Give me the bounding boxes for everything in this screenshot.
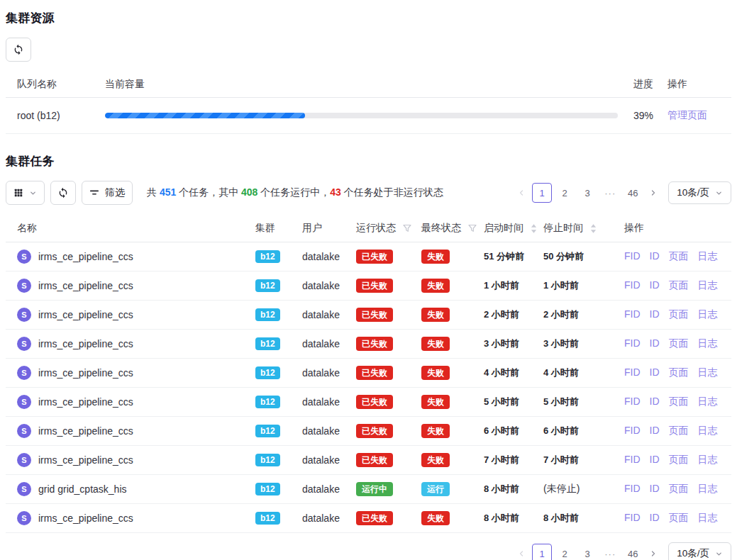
tasks-table: 名称 集群 用户 运行状态 最终状态 启动时间 停止时间 操作 — [6, 215, 731, 533]
avatar: S — [17, 308, 31, 322]
sorter-icon[interactable] — [531, 224, 537, 233]
pagination-page-46[interactable]: 46 — [623, 544, 643, 560]
action-fid[interactable]: FID — [624, 279, 641, 291]
pagination-page-3[interactable]: 3 — [577, 183, 597, 203]
action-log[interactable]: 日志 — [698, 366, 718, 378]
action-fid[interactable]: FID — [624, 425, 641, 436]
tasks-toolbar: 筛选 共 451 个任务，其中 408 个任务运行中，43 个任务处于非运行状态… — [6, 181, 731, 205]
action-page[interactable]: 页面 — [669, 425, 689, 436]
action-id[interactable]: ID — [650, 396, 660, 407]
action-page[interactable]: 页面 — [669, 366, 689, 378]
run-status-badge: 已失败 — [356, 395, 393, 409]
action-id[interactable]: ID — [650, 425, 660, 436]
avatar: S — [17, 395, 31, 409]
col-name: 名称 — [6, 215, 250, 242]
task-name: grid grid_cptask_his — [38, 483, 127, 495]
stopped-count: 43 — [330, 186, 341, 198]
pagination-page-46[interactable]: 46 — [623, 183, 643, 203]
page-size-value: 10条/页 — [677, 186, 709, 199]
stop-time: 6 小时前 — [538, 417, 619, 446]
tasks-header-row: 名称 集群 用户 运行状态 最终状态 启动时间 停止时间 操作 — [6, 215, 731, 242]
action-id[interactable]: ID — [650, 279, 660, 291]
pagination-next[interactable] — [644, 544, 663, 560]
action-log[interactable]: 日志 — [698, 308, 718, 320]
action-page[interactable]: 页面 — [669, 454, 689, 465]
user-cell: datalake — [297, 504, 350, 533]
page-size-select[interactable]: 10条/页 — [668, 542, 731, 560]
refresh-icon — [13, 44, 24, 55]
action-page[interactable]: 页面 — [669, 308, 689, 320]
action-id[interactable]: ID — [650, 366, 660, 378]
sorter-icon[interactable] — [590, 224, 597, 233]
pagination-page-2[interactable]: 2 — [555, 183, 575, 203]
running-count: 408 — [241, 186, 257, 198]
run-status-badge: 已失败 — [356, 337, 393, 351]
pagination-prev[interactable] — [512, 183, 531, 203]
page-size-select[interactable]: 10条/页 — [668, 181, 731, 204]
final-status-badge: 失败 — [421, 279, 450, 293]
action-id[interactable]: ID — [650, 483, 660, 494]
tasks-refresh-button[interactable] — [50, 181, 76, 205]
action-log[interactable]: 日志 — [698, 454, 718, 465]
filter-funnel-icon[interactable] — [468, 224, 477, 233]
action-page[interactable]: 页面 — [669, 279, 689, 291]
action-id[interactable]: ID — [650, 308, 660, 320]
filter-button[interactable]: 筛选 — [82, 181, 133, 205]
action-log[interactable]: 日志 — [698, 250, 718, 262]
resources-table: 队列名称 当前容量 进度 操作 root (b12) 39% 管理页面 — [6, 72, 731, 134]
action-fid[interactable]: FID — [624, 512, 641, 523]
pagination-ellipsis[interactable]: ··· — [600, 183, 620, 203]
resources-header-row: 队列名称 当前容量 进度 操作 — [6, 72, 731, 98]
action-log[interactable]: 日志 — [698, 483, 718, 494]
pagination-page-2[interactable]: 2 — [555, 544, 575, 560]
task-name: irms_ce_pipeline_ccs — [38, 338, 133, 349]
action-id[interactable]: ID — [650, 512, 660, 523]
action-log[interactable]: 日志 — [698, 512, 718, 523]
avatar: S — [17, 250, 31, 264]
refresh-icon — [57, 187, 69, 198]
action-log[interactable]: 日志 — [698, 279, 718, 291]
action-id[interactable]: ID — [650, 454, 660, 465]
resources-refresh-button[interactable] — [6, 38, 31, 62]
task-row: S irms_ce_pipeline_ccs b12 datalake 已失败 … — [6, 271, 731, 301]
col-capacity: 当前容量 — [99, 72, 628, 98]
action-page[interactable]: 页面 — [669, 250, 689, 262]
task-row: S grid grid_cptask_his b12 datalake 运行中 … — [6, 475, 731, 504]
action-fid[interactable]: FID — [624, 308, 641, 320]
total-count: 451 — [160, 186, 176, 198]
action-id[interactable]: ID — [650, 250, 660, 262]
action-id[interactable]: ID — [650, 337, 660, 349]
pagination-page-3[interactable]: 3 — [577, 544, 597, 560]
action-page[interactable]: 页面 — [669, 483, 689, 494]
manage-page-link[interactable]: 管理页面 — [667, 109, 707, 121]
pagination-ellipsis[interactable]: ··· — [600, 544, 620, 560]
run-status-badge: 已失败 — [356, 424, 393, 438]
pagination-page-1[interactable]: 1 — [532, 544, 552, 560]
action-log[interactable]: 日志 — [698, 396, 718, 407]
stop-time: 2 小时前 — [538, 301, 619, 330]
cluster-badge: b12 — [255, 337, 280, 350]
pagination-next[interactable] — [644, 183, 663, 203]
action-fid[interactable]: FID — [624, 454, 641, 465]
action-page[interactable]: 页面 — [669, 396, 689, 407]
action-page[interactable]: 页面 — [669, 512, 689, 523]
task-name: irms_ce_pipeline_ccs — [38, 367, 133, 379]
action-fid[interactable]: FID — [624, 483, 641, 494]
page-size-value: 10条/页 — [677, 547, 709, 560]
row-actions: FIDID页面日志 — [619, 301, 731, 330]
user-cell: datalake — [297, 417, 350, 446]
action-fid[interactable]: FID — [624, 366, 641, 378]
col-progress: 进度 — [628, 72, 662, 98]
action-fid[interactable]: FID — [624, 337, 641, 349]
action-fid[interactable]: FID — [624, 396, 641, 407]
filter-funnel-icon[interactable] — [403, 224, 411, 233]
pagination-prev[interactable] — [512, 544, 531, 560]
action-log[interactable]: 日志 — [698, 337, 718, 349]
layout-switcher-button[interactable] — [6, 181, 45, 205]
action-log[interactable]: 日志 — [698, 425, 718, 436]
col-final-status: 最终状态 — [416, 215, 478, 242]
row-actions: FIDID页面日志 — [619, 271, 731, 301]
pagination-page-1[interactable]: 1 — [532, 183, 552, 203]
action-page[interactable]: 页面 — [669, 337, 689, 349]
action-fid[interactable]: FID — [624, 250, 641, 262]
